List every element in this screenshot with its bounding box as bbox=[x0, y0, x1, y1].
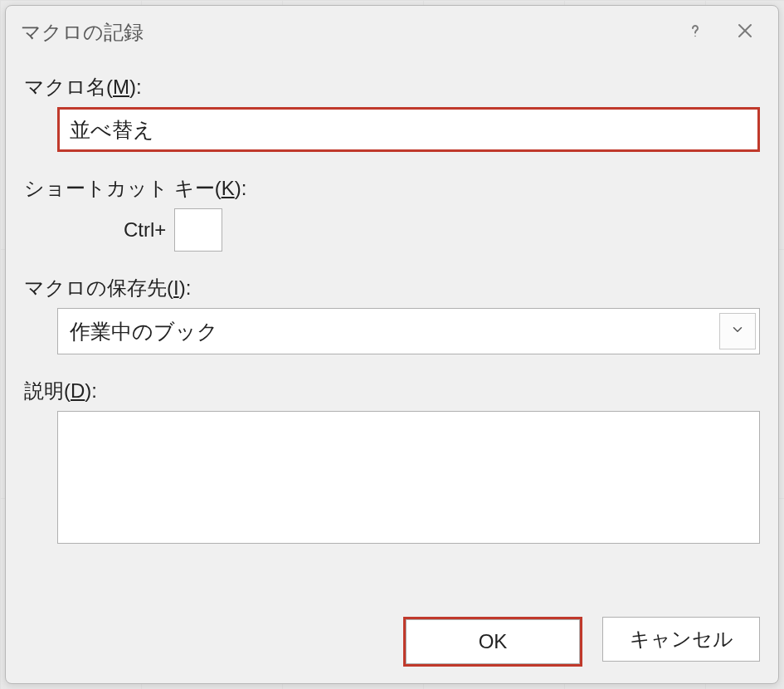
dialog-content: マクロ名(M): ショートカット キー(K): Ctrl+ マクロの保存先(I)… bbox=[6, 59, 778, 605]
dropdown-button[interactable] bbox=[719, 313, 756, 349]
shortcut-row: Ctrl+ bbox=[124, 208, 760, 252]
label-text: ショートカット キー( bbox=[24, 177, 222, 199]
label-text: ): bbox=[85, 379, 97, 402]
dialog-title: マクロの記録 bbox=[21, 19, 670, 46]
description-label: 説明(D): bbox=[24, 378, 760, 404]
label-text: ): bbox=[129, 76, 142, 98]
ok-button[interactable]: OK bbox=[406, 619, 580, 664]
help-button[interactable] bbox=[670, 12, 720, 52]
label-text: 説明( bbox=[24, 379, 71, 402]
store-in-section: マクロの保存先(I): 作業中のブック bbox=[24, 275, 760, 354]
label-accelerator: D bbox=[71, 379, 85, 402]
label-text: マクロ名( bbox=[24, 76, 113, 98]
label-accelerator: K bbox=[222, 177, 235, 199]
cancel-button[interactable]: キャンセル bbox=[602, 617, 760, 662]
chevron-down-icon bbox=[730, 322, 745, 340]
description-textarea[interactable] bbox=[57, 411, 760, 544]
macro-name-highlight-box bbox=[57, 107, 760, 152]
label-text: マクロの保存先( bbox=[24, 276, 173, 299]
macro-name-input[interactable] bbox=[60, 110, 757, 149]
close-button[interactable] bbox=[720, 12, 770, 52]
record-macro-dialog: マクロの記録 マクロ名(M): bbox=[5, 5, 779, 684]
label-accelerator: M bbox=[113, 76, 129, 98]
ok-button-highlight-box: OK bbox=[403, 617, 582, 667]
macro-name-label: マクロ名(M): bbox=[24, 74, 760, 100]
label-text: ): bbox=[235, 177, 247, 199]
description-section: 説明(D): bbox=[24, 378, 760, 547]
store-in-selected-value: 作業中のブック bbox=[58, 318, 716, 345]
dialog-buttonbar: OK キャンセル bbox=[6, 605, 778, 683]
shortcut-section: ショートカット キー(K): Ctrl+ bbox=[24, 175, 760, 252]
dialog-titlebar: マクロの記録 bbox=[6, 6, 778, 59]
help-icon bbox=[685, 21, 705, 44]
label-text: ): bbox=[179, 276, 192, 299]
store-in-label: マクロの保存先(I): bbox=[24, 275, 760, 301]
shortcut-key-input[interactable] bbox=[174, 208, 222, 252]
label-accelerator: I bbox=[173, 276, 179, 299]
macro-name-section: マクロ名(M): bbox=[24, 74, 760, 152]
close-icon bbox=[735, 21, 755, 44]
shortcut-prefix: Ctrl+ bbox=[124, 218, 166, 242]
shortcut-label: ショートカット キー(K): bbox=[24, 175, 760, 202]
store-in-select[interactable]: 作業中のブック bbox=[57, 308, 760, 354]
svg-point-0 bbox=[694, 36, 696, 37]
